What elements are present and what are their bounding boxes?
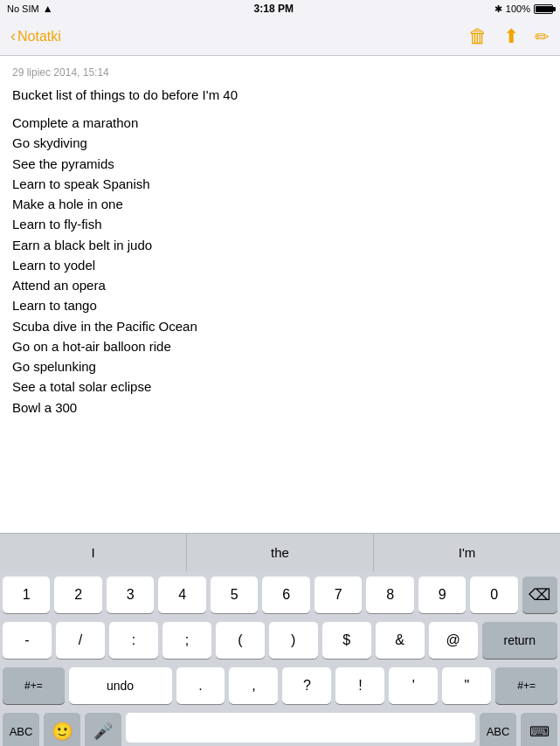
key-sym-41[interactable]: ) xyxy=(269,622,318,659)
key-punct-34[interactable]: " xyxy=(442,667,491,704)
status-left: No SIM ▲ xyxy=(7,3,53,15)
key-punct-63[interactable]: ? xyxy=(282,667,331,704)
autocomplete-bar: I the I'm xyxy=(0,533,560,571)
key-punct-46[interactable]: . xyxy=(176,667,225,704)
autocomplete-item-1[interactable]: I xyxy=(0,534,187,571)
wifi-icon: ▲ xyxy=(43,3,53,15)
note-line: Complete a marathon xyxy=(12,113,548,133)
key-punct-33[interactable]: ! xyxy=(335,667,384,704)
emoji-key[interactable]: 🙂 xyxy=(44,713,80,746)
key-sym-64[interactable]: @ xyxy=(429,622,478,659)
note-line: Learn to yodel xyxy=(12,255,548,275)
key-sym-59[interactable]: ; xyxy=(162,622,211,659)
return-key[interactable]: return xyxy=(482,622,557,659)
note-title: Bucket list of things to do before I'm 4… xyxy=(12,87,548,102)
note-line: See a total solar eclipse xyxy=(12,376,548,397)
bluetooth-icon: ✱ xyxy=(494,3,502,15)
note-line: Go on a hot-air balloon ride xyxy=(12,336,548,356)
key-sym-47[interactable]: / xyxy=(56,622,105,659)
autocomplete-item-3[interactable]: I'm xyxy=(374,534,560,571)
key-0[interactable]: 0 xyxy=(470,577,517,613)
key-sym-38[interactable]: & xyxy=(376,622,425,659)
status-right: ✱ 100% xyxy=(494,3,553,15)
delete-button[interactable]: 🗑 xyxy=(468,25,487,48)
nav-actions: 🗑 ⬆ ✏ xyxy=(468,25,550,48)
note-line: Go skydiving xyxy=(12,133,548,153)
nav-bar: ‹ Notatki 🗑 ⬆ ✏ xyxy=(0,17,560,56)
keyboard-row-special: #+=undo.,?!'"#+= xyxy=(3,667,557,704)
symbols-key-right[interactable]: #+= xyxy=(495,667,557,704)
share-button[interactable]: ⬆ xyxy=(503,25,519,48)
key-sym-40[interactable]: ( xyxy=(216,622,265,659)
keyboard: 1234567890⌫ -/:;()$&@return #+=undo.,?!'… xyxy=(0,571,560,746)
key-4[interactable]: 4 xyxy=(158,577,205,613)
status-bar: No SIM ▲ 3:18 PM ✱ 100% xyxy=(0,0,560,17)
key-3[interactable]: 3 xyxy=(107,577,154,613)
abc-key-left[interactable]: ABC xyxy=(3,713,39,746)
key-sym-36[interactable]: $ xyxy=(322,622,371,659)
back-label: Notatki xyxy=(17,29,61,45)
undo-key[interactable]: undo xyxy=(69,667,172,704)
battery-icon xyxy=(534,4,553,14)
key-6[interactable]: 6 xyxy=(262,577,309,613)
autocomplete-item-2[interactable]: the xyxy=(187,534,374,571)
back-button[interactable]: ‹ Notatki xyxy=(10,27,61,45)
keyboard-row-bottom: ABC🙂🎤ABC⌨ xyxy=(3,713,557,746)
keyboard-row-numbers: 1234567890⌫ xyxy=(3,577,557,613)
space-bar[interactable] xyxy=(126,713,475,743)
battery-label: 100% xyxy=(506,3,530,14)
note-line: Scuba dive in the Pacific Ocean xyxy=(12,316,548,336)
key-punct-44[interactable]: , xyxy=(229,667,278,704)
edit-button[interactable]: ✏ xyxy=(535,26,550,47)
key-1[interactable]: 1 xyxy=(3,577,50,613)
keyboard-dismiss-key[interactable]: ⌨ xyxy=(521,713,557,746)
note-line: Learn to speak Spanish xyxy=(12,174,548,194)
key-7[interactable]: 7 xyxy=(315,577,362,613)
mic-key[interactable]: 🎤 xyxy=(85,713,121,746)
note-line: Make a hole in one xyxy=(12,194,548,214)
note-line: See the pyramids xyxy=(12,154,548,174)
note-date: 29 lipiec 2014, 15:14 xyxy=(12,66,548,79)
note-area: 29 lipiec 2014, 15:14 Bucket list of thi… xyxy=(0,56,560,533)
note-line: Bowl a 300 xyxy=(12,397,548,418)
backspace-key[interactable]: ⌫ xyxy=(522,577,557,613)
time-label: 3:18 PM xyxy=(254,3,294,15)
note-line: Learn to tango xyxy=(12,295,548,315)
carrier-label: No SIM xyxy=(7,3,39,14)
symbols-key-left[interactable]: #+= xyxy=(3,667,65,704)
abc-key-right[interactable]: ABC xyxy=(480,713,516,746)
key-sym-58[interactable]: : xyxy=(109,622,158,659)
key-5[interactable]: 5 xyxy=(211,577,258,613)
key-2[interactable]: 2 xyxy=(54,577,101,613)
note-line: Attend an opera xyxy=(12,275,548,295)
note-content[interactable]: Complete a marathonGo skydivingSee the p… xyxy=(12,113,548,418)
note-line: Go spelunking xyxy=(12,356,548,376)
key-punct-39[interactable]: ' xyxy=(389,667,438,704)
keyboard-row-symbols: -/:;()$&@return xyxy=(3,622,557,659)
key-9[interactable]: 9 xyxy=(418,577,466,613)
note-line: Learn to fly-fish xyxy=(12,214,548,234)
note-line: Earn a black belt in judo xyxy=(12,235,548,255)
key-sym-45[interactable]: - xyxy=(3,622,52,659)
back-chevron-icon: ‹ xyxy=(10,27,16,45)
key-8[interactable]: 8 xyxy=(366,577,413,613)
